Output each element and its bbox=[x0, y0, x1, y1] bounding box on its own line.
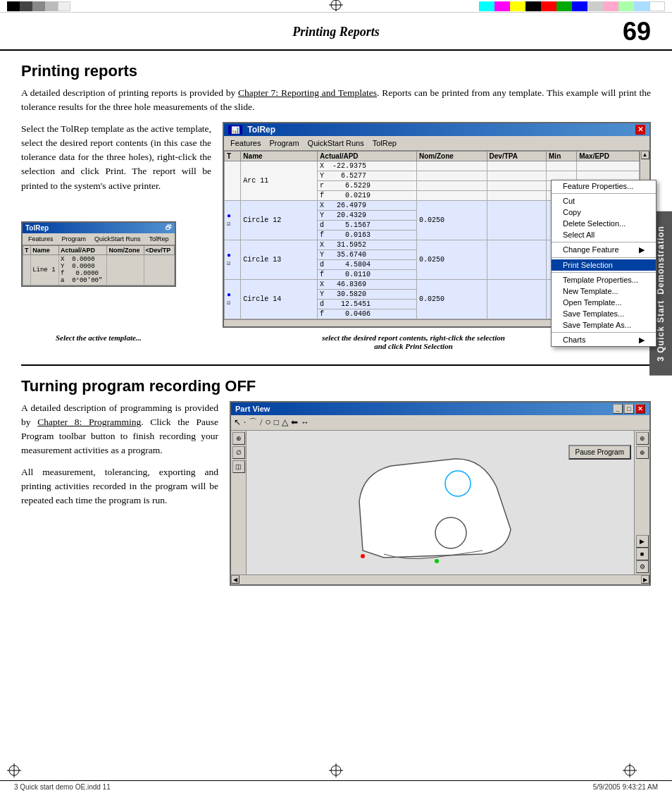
small-menu-quickstart[interactable]: QuickStart Runs bbox=[91, 234, 144, 244]
pause-program-button[interactable]: Pause Program bbox=[568, 445, 631, 460]
cell-arc11-dev4 bbox=[487, 190, 546, 200]
ctx-charts[interactable]: Charts ▶ bbox=[552, 334, 656, 346]
menu-features[interactable]: Features bbox=[227, 137, 264, 149]
ctx-save-templates[interactable]: Save Templates... bbox=[552, 308, 656, 319]
top-color-bar bbox=[0, 0, 672, 13]
small-cell-name: Line 1 bbox=[31, 254, 59, 285]
pv-play-btn[interactable]: ▶ bbox=[636, 535, 649, 548]
small-tolrep-titlebar: TolRep 🗗 bbox=[23, 223, 175, 233]
small-cell-t bbox=[23, 254, 31, 285]
ctx-new-template[interactable]: New Template... bbox=[552, 285, 656, 297]
tolrep-window-title: 📊 TolRep bbox=[228, 125, 275, 135]
ctx-template-properties[interactable]: Template Properties... bbox=[552, 274, 656, 285]
part-view-body-container: ⊕ ∅ ◫ bbox=[231, 431, 649, 574]
small-menu-features[interactable]: Features bbox=[25, 234, 57, 244]
header-title: Printing Reports bbox=[63, 25, 609, 39]
page-number: 69 bbox=[609, 17, 651, 47]
small-cell-dev bbox=[144, 254, 174, 285]
menu-quickstart[interactable]: QuickStart Runs bbox=[304, 137, 368, 149]
cb-lgreen bbox=[618, 1, 634, 11]
tolrep-close-button[interactable]: ✕ bbox=[635, 125, 645, 135]
scroll-up[interactable]: ▲ bbox=[641, 151, 649, 159]
toolbar-arrow2-icon[interactable]: ⬅ bbox=[291, 417, 298, 428]
col-t: T bbox=[225, 151, 241, 161]
ctx-select-all[interactable]: Select All bbox=[552, 229, 656, 240]
reg-mark-bottom-left bbox=[7, 763, 21, 780]
part-view-maximize[interactable]: □ bbox=[624, 404, 634, 414]
ctx-open-template[interactable]: Open Template... bbox=[552, 297, 656, 308]
chapter8-link[interactable]: Chapter 8: Programming bbox=[37, 417, 141, 427]
cell-circle12-d: d 5.1567 bbox=[318, 220, 417, 230]
cell-arc11-y: Y 6.5277 bbox=[318, 171, 417, 180]
menu-program[interactable]: Program bbox=[266, 137, 302, 149]
hscroll-left[interactable]: ◀ bbox=[231, 575, 239, 584]
col-name: Name bbox=[241, 151, 318, 161]
section1-left-col: Select the TolRep template as the active… bbox=[21, 122, 211, 328]
cb-green bbox=[556, 1, 572, 11]
cell-circle12-dev bbox=[487, 200, 546, 240]
tolrep-titlebar: 📊 TolRep ✕ bbox=[224, 123, 649, 136]
toolbar-arrow-icon[interactable]: ↖ bbox=[234, 417, 241, 428]
toolbar-arc-icon[interactable]: ⌒ bbox=[249, 417, 257, 429]
ctx-cut[interactable]: Cut bbox=[552, 195, 656, 207]
pv-settings-btn[interactable]: ⚙ bbox=[636, 560, 649, 573]
part-outline bbox=[359, 458, 511, 557]
ctx-print-selection[interactable]: Print Selection bbox=[552, 259, 656, 271]
pv-stop-btn[interactable]: ■ bbox=[636, 548, 649, 560]
page-header: Printing Reports 69 bbox=[0, 13, 672, 51]
part-view-title-btns: _ □ ✕ bbox=[613, 404, 645, 414]
small-menu-program[interactable]: Program bbox=[58, 234, 90, 244]
part-view-title: Part View bbox=[235, 405, 270, 413]
toolbar-triangle-icon[interactable]: △ bbox=[282, 417, 288, 428]
circle12-dot: ● bbox=[227, 212, 231, 220]
section1-body2: Select the TolRep template as the active… bbox=[21, 122, 211, 193]
bottom-bar: 3 Quick start demo OE.indd 11 5/9/2005 9… bbox=[0, 780, 672, 793]
small-menu-tolrep[interactable]: TolRep bbox=[146, 234, 173, 244]
ctx-change-feature[interactable]: Change Feature ▶ bbox=[552, 244, 656, 256]
cb-blue bbox=[572, 1, 587, 11]
bottom-right: 5/9/2005 9:43:21 AM bbox=[593, 783, 658, 791]
small-col-name: Name bbox=[31, 245, 59, 254]
section1-two-col: Select the TolRep template as the active… bbox=[21, 122, 651, 328]
cell-arc11-f: f 0.0219 bbox=[318, 190, 417, 200]
toolbar-dot-icon[interactable]: · bbox=[244, 417, 246, 428]
pv-left-btn3[interactable]: ◫ bbox=[232, 460, 245, 473]
part-dot-green bbox=[435, 559, 439, 563]
cell-circle14-d: d 12.5451 bbox=[318, 299, 417, 309]
toolbar-circle-icon[interactable]: ○ bbox=[265, 417, 270, 428]
ctx-feature-properties[interactable]: Feature Properties... bbox=[552, 180, 656, 192]
col-min: Min bbox=[547, 151, 577, 161]
pv-right-btn1[interactable]: ⊕ bbox=[636, 432, 649, 445]
section2-text: A detailed description of programming is… bbox=[21, 401, 218, 586]
cell-arc11-r: r 6.5229 bbox=[318, 180, 417, 190]
toolbar-line-icon[interactable]: / bbox=[260, 417, 262, 428]
ctx-delete-selection[interactable]: Delete Selection... bbox=[552, 218, 656, 229]
small-row-line1: Line 1 X 0.0000 Y 0.0000 f 0.0000 a 0°00… bbox=[23, 254, 175, 285]
tolrep-window: 📊 TolRep ✕ Features Program QuickStart R… bbox=[223, 122, 651, 328]
toolbar-arrows-icon[interactable]: ↔ bbox=[301, 417, 309, 428]
part-view-minimize[interactable]: _ bbox=[613, 404, 623, 414]
reg-mark-top-center bbox=[329, 0, 343, 14]
cell-arc11-nom3 bbox=[416, 180, 487, 190]
menu-tolrep[interactable]: TolRep bbox=[369, 137, 400, 149]
circle13-dot: ● bbox=[227, 252, 231, 259]
circle13-icon: ☑ bbox=[227, 260, 230, 267]
part-view-close[interactable]: ✕ bbox=[635, 404, 645, 414]
pv-left-btn2[interactable]: ∅ bbox=[232, 446, 245, 459]
ctx-save-template-as[interactable]: Save Template As... bbox=[552, 319, 656, 331]
pv-right-btn2[interactable]: ⊕ bbox=[636, 446, 649, 459]
ctx-sep3 bbox=[552, 257, 656, 258]
ctx-change-feature-arrow: ▶ bbox=[639, 245, 645, 254]
cell-arc11-nom bbox=[416, 161, 487, 171]
chapter7-link[interactable]: Chapter 7: Reporting and Templates bbox=[238, 87, 377, 98]
hscroll-right[interactable]: ▶ bbox=[641, 575, 649, 584]
ctx-copy[interactable]: Copy bbox=[552, 207, 656, 218]
color-sq-lt bbox=[45, 1, 58, 11]
cell-circle12-x: X 26.4979 bbox=[318, 200, 417, 210]
cell-circle14-t: ● ☑ bbox=[225, 279, 241, 319]
part-view-window: Part View _ □ ✕ ↖ · ⌒ / ○ □ △ ⬅ bbox=[230, 401, 651, 586]
pv-left-btn1[interactable]: ⊕ bbox=[232, 432, 245, 445]
reg-mark-bottom-center bbox=[329, 763, 343, 780]
toolbar-rect-icon[interactable]: □ bbox=[274, 417, 279, 428]
cell-arc11-min bbox=[547, 161, 577, 171]
